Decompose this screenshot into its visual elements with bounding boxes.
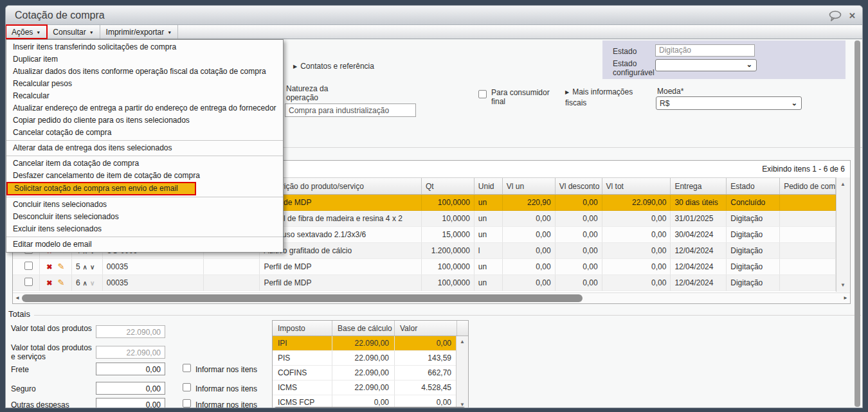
dropdown-menu-item[interactable]: Concluir itens selecionados — [6, 199, 283, 211]
delete-icon[interactable]: ✖ — [46, 279, 52, 287]
estado-configuravel-select[interactable]: ⌄ — [655, 59, 757, 71]
outras-despesas-field[interactable]: 0,00 — [96, 398, 165, 408]
dropdown-menu-item[interactable]: Recalcular pesos — [6, 78, 283, 90]
column-header[interactable]: Vl desconto — [556, 178, 602, 194]
column-header[interactable]: Descrição do produto/serviço — [260, 178, 422, 194]
column-header[interactable]: Estado — [727, 178, 780, 194]
estado-configuravel-label: Estado configurável — [613, 59, 659, 77]
edit-icon[interactable]: ✎ — [58, 278, 65, 287]
tax-vertical-scrollbar[interactable]: ▲ ▼ — [456, 336, 468, 408]
tax-column-header[interactable]: Imposto — [273, 321, 332, 336]
column-header[interactable]: Pedido de compra — [780, 178, 836, 194]
scroll-right-icon[interactable]: ► — [843, 295, 848, 301]
actions-cell[interactable]: ✖✎ — [40, 259, 72, 275]
consumidor-final-checkbox[interactable] — [478, 90, 487, 98]
quotation-window: Cotação de compra ✕ Ações ▼ Consultar ▼ … — [5, 5, 863, 408]
item-row[interactable]: ✖✎5∧∨00035Perfil de MDP100,0000un0,000,0… — [13, 259, 836, 275]
valor-total-produtos-servicos-field[interactable]: 22.090,00 — [96, 346, 165, 359]
dropdown-menu-item[interactable]: Recalcular — [6, 90, 283, 102]
menu-acoes-button[interactable]: Ações ▼ — [6, 25, 47, 39]
tax-row[interactable]: ICMS22.090,004.528,45 — [273, 381, 468, 395]
dropdown-menu-item[interactable]: Cancelar item da cotação de compra — [6, 157, 283, 170]
dropdown-menu-item[interactable]: Atualizar endereço de entrega a partir d… — [6, 102, 283, 114]
move-down-icon[interactable]: ∨ — [90, 264, 95, 271]
dropdown-menu-item[interactable]: Cancelar cotação de compra — [6, 127, 283, 139]
tax-value-cell: 4.528,45 — [395, 381, 457, 395]
column-header[interactable]: Unid — [475, 178, 503, 194]
dropdown-menu-item[interactable]: Editar modelo de email — [6, 238, 283, 251]
natureza-operacao-field[interactable]: Compra para industrialização — [285, 103, 416, 117]
purchase-order-cell — [780, 227, 836, 243]
column-header[interactable]: Vl tot — [602, 178, 671, 194]
contatos-referencia-link[interactable]: ▶Contatos e referência — [293, 62, 374, 71]
row-checkbox[interactable] — [24, 262, 33, 270]
chevron-down-icon: ⌄ — [746, 60, 752, 69]
dropdown-menu-item[interactable]: Solicitar cotação de compra sem envio de… — [6, 182, 196, 195]
tax-value-cell: 143,59 — [395, 351, 457, 366]
column-header[interactable]: Qt — [422, 178, 475, 194]
items-vertical-scrollbar[interactable]: ▲ ▼ — [836, 177, 850, 292]
frete-informar-checkbox[interactable] — [183, 364, 191, 372]
move-up-icon[interactable]: ∧ — [83, 264, 87, 271]
dropdown-arrow-icon: ▼ — [89, 30, 94, 35]
menu-consultar-button[interactable]: Consultar ▼ — [47, 25, 100, 39]
comment-icon[interactable] — [828, 10, 842, 21]
item-row[interactable]: ✖✎6∧∨00035Perfil de MDP100,0000un0,000,0… — [13, 275, 836, 291]
order-cell[interactable]: 6∧∨ — [72, 275, 103, 291]
edit-icon[interactable]: ✎ — [58, 262, 65, 271]
dropdown-menu-item[interactable]: Desfazer cancelamento de item de cotação… — [6, 170, 283, 182]
dropdown-menu-item[interactable]: Desconcluir itens selecionados — [6, 211, 283, 223]
close-icon[interactable]: ✕ — [849, 11, 856, 21]
dropdown-menu-item[interactable]: Atualizar dados dos itens conforme opera… — [6, 66, 283, 78]
seguro-informar-checkbox[interactable] — [183, 383, 191, 391]
empty-cell — [204, 275, 260, 291]
tax-row[interactable]: IPI22.090,000,00 — [273, 336, 468, 351]
unit-value-cell: 0,00 — [503, 243, 556, 259]
items-horizontal-scrollbar[interactable]: ◄ ► — [13, 292, 850, 303]
dropdown-menu-item[interactable]: Alterar data de entrega dos itens seleci… — [6, 142, 283, 154]
tax-column-header[interactable]: Base de cálculo — [332, 321, 395, 336]
delete-icon[interactable]: ✖ — [46, 263, 52, 271]
mais-informacoes-fiscais-link[interactable]: ▶Mais informações fiscais — [565, 87, 649, 109]
move-down-icon[interactable]: ∨ — [90, 280, 95, 287]
purchase-order-cell — [780, 243, 836, 259]
outras-despesas-informar-label: Informar nos itens — [195, 400, 257, 408]
unit-cell: un — [475, 259, 503, 275]
actions-cell[interactable]: ✖✎ — [40, 275, 72, 291]
select-cell[interactable] — [13, 275, 40, 291]
tax-row[interactable]: PIS22.090,00143,59 — [273, 351, 468, 366]
tax-row[interactable]: COFINS22.090,00662,70 — [273, 366, 468, 381]
tax-column-header[interactable]: Valor — [395, 321, 457, 336]
scroll-left-icon[interactable]: ◄ — [15, 295, 20, 301]
seguro-field[interactable]: 0,00 — [96, 382, 165, 395]
tax-name-cell: ICMS FCP — [273, 395, 332, 408]
scroll-down-icon[interactable]: ▼ — [840, 282, 845, 288]
column-header[interactable]: Entrega — [671, 178, 727, 194]
move-up-icon[interactable]: ∧ — [83, 280, 87, 287]
moeda-select[interactable]: R$ ⌄ — [656, 96, 802, 110]
dropdown-menu-item[interactable]: Copiar pedido do cliente para os itens s… — [6, 114, 283, 127]
estado-field[interactable]: Digitação — [655, 44, 755, 57]
scroll-up-icon[interactable]: ▲ — [840, 181, 845, 187]
page-scrollbar[interactable] — [854, 40, 860, 407]
tax-horizontal-scrollbar-thumb[interactable] — [273, 407, 466, 408]
scroll-up-icon[interactable]: ▲ — [460, 339, 465, 345]
valor-total-produtos-field[interactable]: 22.090,00 — [96, 325, 165, 338]
dropdown-menu-item[interactable]: Duplicar item — [6, 53, 283, 66]
row-checkbox[interactable] — [24, 278, 33, 286]
state-panel: Estado Digitação Estado configurável ⌄ — [602, 40, 845, 79]
dropdown-menu-item[interactable]: Inserir itens transferindo solicitações … — [6, 41, 283, 53]
discount-cell: 0,00 — [556, 259, 602, 275]
order-cell[interactable]: 5∧∨ — [72, 259, 103, 275]
column-header[interactable]: Vl un — [503, 178, 556, 194]
select-cell[interactable] — [13, 259, 40, 275]
menu-imprimir-button[interactable]: Imprimir/exportar ▼ — [100, 25, 179, 39]
menu-separator — [6, 197, 283, 197]
delivery-cell: 30 dias úteis — [671, 195, 727, 211]
empty-cell — [204, 259, 260, 275]
frete-field[interactable]: 0,00 — [96, 363, 165, 375]
tax-row[interactable]: ICMS FCP0,000,00 — [273, 395, 468, 408]
outras-despesas-informar-checkbox[interactable] — [183, 399, 191, 408]
dropdown-menu-item[interactable]: Excluir itens selecionados — [6, 223, 283, 235]
scrollbar-thumb[interactable] — [22, 294, 583, 302]
